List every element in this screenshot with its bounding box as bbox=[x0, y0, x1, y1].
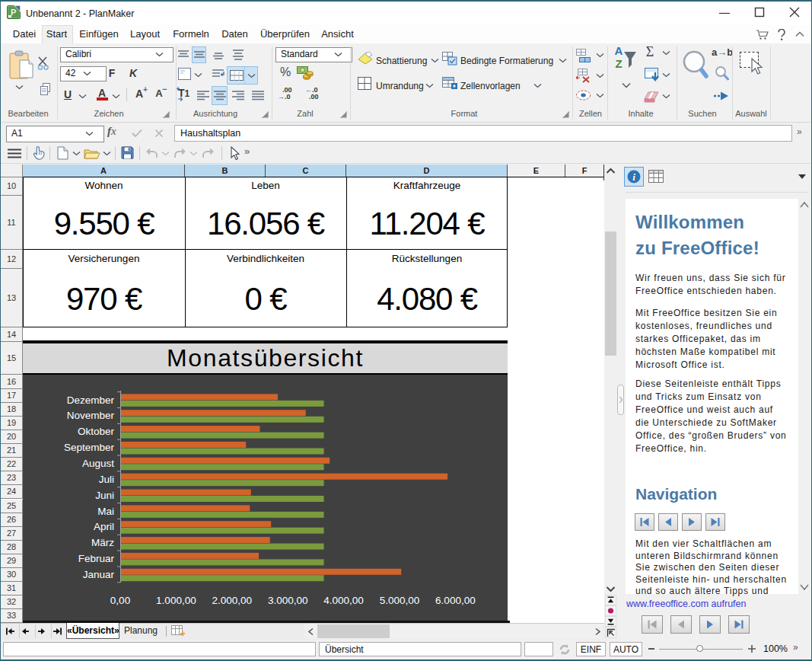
svg-text:5.000,00: 5.000,00 bbox=[380, 595, 420, 606]
svg-text:0,00: 0,00 bbox=[110, 595, 130, 606]
svg-text:Mai: Mai bbox=[97, 506, 114, 517]
svg-text:September: September bbox=[64, 442, 115, 453]
svg-text:Februar: Februar bbox=[78, 553, 115, 564]
svg-text:i: i bbox=[632, 171, 635, 183]
svg-text:1.000,00: 1.000,00 bbox=[156, 595, 196, 606]
svg-text:Juli: Juli bbox=[99, 474, 114, 485]
svg-text:November: November bbox=[67, 410, 115, 421]
svg-text:6.000,00: 6.000,00 bbox=[435, 595, 476, 606]
svg-text:Juni: Juni bbox=[95, 490, 114, 501]
svg-text:4.000,00: 4.000,00 bbox=[323, 595, 364, 606]
svg-text:3.000,00: 3.000,00 bbox=[268, 595, 308, 606]
svg-text:Januar: Januar bbox=[83, 569, 115, 580]
svg-text:P: P bbox=[11, 8, 16, 17]
svg-text:2.000,00: 2.000,00 bbox=[212, 595, 253, 606]
svg-text:April: April bbox=[94, 521, 114, 532]
svg-text:August: August bbox=[82, 458, 114, 469]
svg-text:März: März bbox=[91, 537, 114, 548]
svg-text:Dezember: Dezember bbox=[67, 394, 115, 406]
svg-text:Oktober: Oktober bbox=[78, 426, 115, 437]
